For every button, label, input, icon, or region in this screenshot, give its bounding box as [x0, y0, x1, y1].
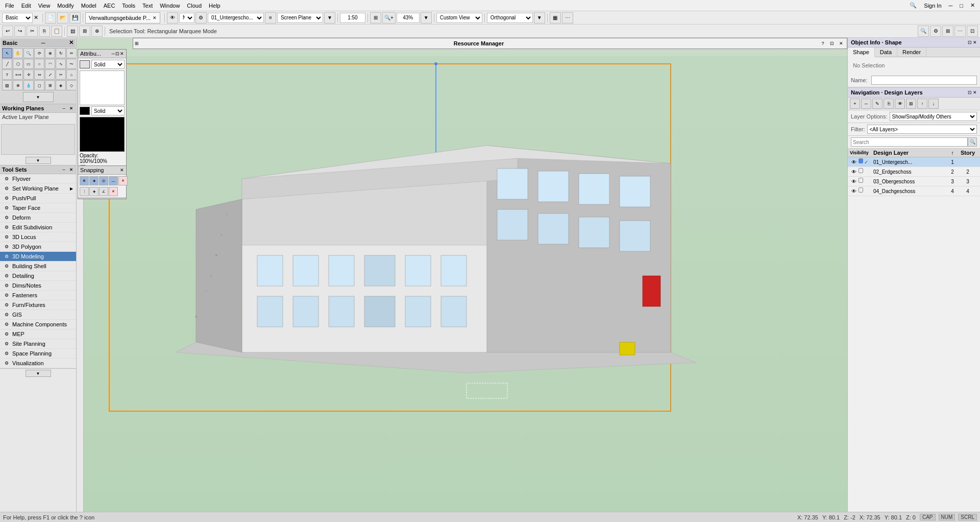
- snapping-close-btn[interactable]: ✕: [120, 168, 124, 173]
- new-document-btn[interactable]: 📄: [45, 12, 56, 23]
- layer-vis-icon-2[interactable]: 👁: [851, 168, 856, 175]
- name-input[interactable]: [871, 76, 977, 85]
- attr-fill-color[interactable]: [80, 60, 90, 68]
- polygon-tool-btn[interactable]: ⬡: [13, 59, 23, 69]
- open-btn[interactable]: 📂: [57, 12, 68, 23]
- minimize-btn[interactable]: ─: [946, 2, 956, 9]
- snap-center-btn[interactable]: ◎: [99, 176, 108, 185]
- class-visibility-btn[interactable]: ▤: [67, 26, 78, 37]
- resource-mgr-popout-btn[interactable]: ⊡: [828, 39, 836, 48]
- save-btn[interactable]: 💾: [69, 12, 81, 23]
- zoom-input[interactable]: [397, 13, 420, 23]
- layer-row-3[interactable]: 👁03_Obergeschoss33: [848, 177, 980, 186]
- settings-btn[interactable]: ⚙: [930, 26, 941, 37]
- palette-close-btn[interactable]: ✕: [69, 39, 74, 46]
- layer-vis2-icon-3[interactable]: [859, 178, 863, 183]
- zoom-options-btn[interactable]: ▼: [421, 12, 432, 23]
- zoom-in-btn[interactable]: 🔍+: [382, 12, 396, 23]
- layer-vis2-icon-1[interactable]: [859, 158, 863, 163]
- nav-new-layer-btn[interactable]: +: [850, 99, 860, 109]
- obj-tab-shape[interactable]: Shape: [848, 48, 875, 57]
- nav-search-btn[interactable]: 🔍: [968, 137, 977, 147]
- layer-vis2-icon-4[interactable]: [859, 187, 863, 193]
- pan-tool-btn[interactable]: ⊕: [45, 48, 55, 58]
- rect-tool-btn[interactable]: ▭: [23, 59, 34, 69]
- sign-in-btn[interactable]: Sign In: [921, 2, 944, 9]
- obj-info-popout-btn[interactable]: ⊡: [968, 40, 972, 45]
- attr-line-color[interactable]: [80, 107, 90, 115]
- tool-set-item-gis[interactable]: ⚙GIS: [0, 310, 76, 320]
- layer-selector[interactable]: None: [179, 13, 194, 23]
- layer-row-1[interactable]: 👁✓01_Untergesch...1: [848, 157, 980, 167]
- nav-down-btn[interactable]: ↓: [928, 99, 939, 109]
- resource-mgr-help-btn[interactable]: ?: [819, 39, 827, 48]
- wp-collapse-btn[interactable]: ▼: [26, 157, 51, 164]
- nav-options-select[interactable]: Show/Snap/Modify Others: [890, 112, 977, 121]
- tool-set-item-mep[interactable]: ⚙MEP: [0, 329, 76, 339]
- document-tab[interactable]: Verwaltungsgebäude P... ✕: [85, 12, 160, 23]
- attr-panel-minimize-btn[interactable]: ─: [112, 51, 115, 56]
- dim-tool-btn[interactable]: ⟺: [13, 69, 23, 80]
- layer-row-2[interactable]: 👁02_Erdgeschoss22: [848, 167, 980, 177]
- nav-class-btn[interactable]: ⊞: [906, 99, 916, 109]
- tool-sets-expand-btn[interactable]: ─: [61, 167, 67, 173]
- select-tool-btn[interactable]: ↖: [2, 48, 12, 58]
- nav-filter-select[interactable]: <All Layers>: [867, 125, 977, 134]
- smart-cursor-btn[interactable]: ⊕: [91, 26, 103, 37]
- copy-btn[interactable]: ⎘: [39, 26, 50, 37]
- tool-set-item-space-planning[interactable]: ⚙Space Planning: [0, 349, 76, 359]
- snap-smart-btn[interactable]: ✕: [109, 187, 118, 196]
- menu-modify[interactable]: Modify: [54, 2, 77, 9]
- design-layer-selector[interactable]: 01_Untergescho...: [208, 13, 264, 23]
- cut-btn[interactable]: ✂: [27, 26, 38, 37]
- solid-btn[interactable]: ◈: [56, 80, 66, 90]
- layer-vis-icon-1[interactable]: 👁: [851, 158, 856, 165]
- layer-vis-icon-3[interactable]: 👁: [851, 178, 856, 185]
- paste-btn[interactable]: 📋: [51, 26, 62, 37]
- plane-options-btn[interactable]: ▼: [324, 12, 335, 23]
- layer-vis2-icon-2[interactable]: [859, 168, 863, 173]
- attr-panel-close-btn[interactable]: ✕: [120, 51, 124, 56]
- snap-angle-btn[interactable]: ∠: [99, 187, 108, 196]
- menu-edit[interactable]: Edit: [18, 2, 34, 9]
- plane-selector[interactable]: Screen Plane: [277, 13, 323, 23]
- tool-set-item-dims-notes[interactable]: ⚙Dims/Notes: [0, 281, 76, 291]
- zoom-tool-btn[interactable]: 🔍: [23, 48, 34, 58]
- hand-tool-btn[interactable]: ✋: [13, 48, 23, 58]
- nav-delete-layer-btn[interactable]: ─: [861, 99, 871, 109]
- nav-close-btn[interactable]: ✕: [973, 90, 977, 95]
- viewport-canvas[interactable]: 200 250 300 350 400 450 -150 -100 -50: [77, 49, 847, 512]
- render-options-btn[interactable]: ▼: [534, 12, 545, 23]
- tool-set-item-fasteners[interactable]: ⚙Fasteners: [0, 291, 76, 300]
- layer-options-btn[interactable]: ⚙: [195, 12, 207, 23]
- viewport-area[interactable]: ⊞ Resource Manager ? ⊡ ✕ Attribu... ─ ⊡ …: [77, 38, 847, 512]
- tool-set-item-push-pull[interactable]: ⚙Push/Pull: [0, 194, 76, 203]
- document-tab-close[interactable]: ✕: [153, 15, 157, 20]
- line-tool-btn[interactable]: ╱: [2, 59, 12, 69]
- tool-set-item-set-working-plane[interactable]: ⚙Set Working Plane▶: [0, 184, 76, 194]
- surface-btn[interactable]: ◇: [66, 80, 77, 90]
- tool-sets-collapse-btn[interactable]: ▼: [26, 370, 51, 377]
- obj-tab-render[interactable]: Render: [897, 48, 926, 57]
- attr-panel-expand-btn[interactable]: ⊡: [115, 51, 119, 56]
- zoom-fit-btn[interactable]: ⊞: [370, 12, 381, 23]
- layer-vis-icon-4[interactable]: 👁: [851, 187, 856, 195]
- nav-search-input[interactable]: [851, 137, 968, 147]
- working-planes-close-btn[interactable]: ✕: [68, 105, 74, 111]
- more-options-btn[interactable]: ⋯: [954, 26, 966, 37]
- tool-sets-close-btn[interactable]: ✕: [68, 167, 74, 173]
- search-tool-btn[interactable]: 🔍: [918, 26, 929, 37]
- workspace-selector[interactable]: Basic: [2, 13, 33, 23]
- arc-tool-btn[interactable]: ◠: [45, 59, 55, 69]
- tool-set-item-edit-subdivision[interactable]: ⚙Edit Subdivision: [0, 223, 76, 232]
- palette-expand-btn[interactable]: ▼: [23, 92, 54, 102]
- restore-btn[interactable]: □: [957, 2, 966, 9]
- tool-set-item-deform[interactable]: ⚙Deform: [0, 213, 76, 223]
- snap-off-btn[interactable]: ✕: [118, 176, 128, 185]
- move-tool-btn[interactable]: ✛: [23, 69, 34, 80]
- menu-model[interactable]: Model: [78, 2, 100, 9]
- menu-aec[interactable]: AEC: [101, 2, 118, 9]
- snap-grid-btn[interactable]: ⋮: [80, 187, 89, 196]
- split-tool-btn[interactable]: ✂: [56, 69, 66, 80]
- nav-eye-btn[interactable]: 👁: [895, 99, 905, 109]
